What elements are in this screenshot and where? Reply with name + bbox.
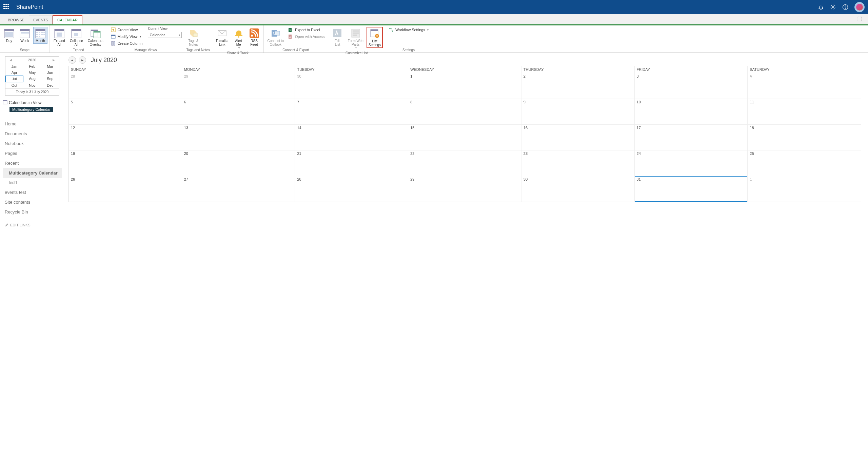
ribbon-create-view-button[interactable]: Create View: [109, 27, 144, 33]
mini-cal-today-text[interactable]: Today is 31 July 2020: [5, 88, 59, 95]
nav-item[interactable]: Home: [3, 119, 62, 129]
calendar-chip[interactable]: Multicategory Calendar: [9, 107, 53, 112]
fullscreen-icon[interactable]: [856, 15, 864, 24]
ribbon-calendars-overlay-button[interactable]: Calendars Overlay: [86, 27, 105, 47]
cal-prev-button[interactable]: ◄: [68, 56, 76, 64]
calendar-day-cell[interactable]: 4: [748, 73, 861, 99]
nav-item[interactable]: Pages: [3, 148, 62, 158]
calendar-day-cell[interactable]: 14: [295, 125, 408, 150]
help-icon[interactable]: [842, 4, 848, 10]
calendar-day-cell[interactable]: 28: [69, 73, 182, 99]
svg-rect-8: [21, 32, 29, 34]
mini-cal-month[interactable]: Jun: [41, 69, 59, 76]
mini-cal-months: JanFebMarAprMayJunJulAugSepOctNovDec: [5, 63, 59, 88]
mini-cal-month[interactable]: Jul: [5, 76, 23, 82]
left-column: ◄ 2020 ► JanFebMarAprMayJunJulAugSepOctN…: [0, 53, 64, 232]
svg-rect-33: [111, 35, 115, 36]
mini-cal-month[interactable]: Feb: [23, 63, 41, 69]
mini-cal-month[interactable]: May: [23, 69, 41, 76]
ribbon-workflow-settings-button[interactable]: Workflow Settings: [387, 27, 430, 33]
mini-cal-month[interactable]: Sep: [41, 76, 59, 82]
calendar-day-cell[interactable]: 21: [295, 150, 408, 176]
overlay-icon: [90, 28, 101, 39]
calendar-day-cell[interactable]: 8: [408, 99, 521, 125]
app-launcher-icon[interactable]: [3, 4, 10, 11]
mini-cal-month[interactable]: Mar: [41, 63, 59, 69]
calendar-day-cell[interactable]: 30: [295, 73, 408, 99]
nav-subitem[interactable]: test1: [3, 178, 62, 187]
nav-item[interactable]: events test: [3, 187, 62, 197]
calendar-day-cell[interactable]: 22: [408, 150, 521, 176]
calendar-day-cell[interactable]: 1: [748, 176, 861, 202]
mini-cal-month[interactable]: Oct: [5, 82, 23, 88]
calendar-day-cell[interactable]: 25: [748, 150, 861, 176]
calendar-day-cell[interactable]: 24: [635, 150, 748, 176]
calendar-day-cell[interactable]: 29: [408, 176, 521, 202]
mini-cal-next[interactable]: ►: [51, 58, 57, 62]
calendar-day-cell[interactable]: 3: [635, 73, 748, 99]
calendar-day-cell[interactable]: 15: [408, 125, 521, 150]
mini-cal-prev[interactable]: ◄: [7, 58, 14, 62]
nav-item[interactable]: Recent: [3, 158, 62, 168]
mini-cal-month[interactable]: Aug: [23, 76, 41, 82]
calendar-day-cell[interactable]: 7: [295, 99, 408, 125]
tab-browse[interactable]: BROWSE: [3, 16, 29, 24]
ribbon-month-button[interactable]: Month: [33, 27, 47, 44]
calendar-day-cell[interactable]: 6: [182, 99, 295, 125]
bell-icon[interactable]: [818, 4, 824, 10]
calendar-day-cell[interactable]: 28: [295, 176, 408, 202]
ribbon-week-button[interactable]: Week: [18, 27, 32, 44]
current-view-select[interactable]: Calendar ▾: [148, 32, 182, 38]
mini-cal-month[interactable]: Apr: [5, 69, 23, 76]
calendar-day-cell[interactable]: 18: [748, 125, 861, 150]
cal-next-button[interactable]: ►: [79, 56, 86, 64]
ribbon-export-excel-button[interactable]: X Export to Excel: [287, 27, 326, 33]
ribbon-email-link-button[interactable]: E-mail a Link: [214, 27, 230, 47]
calendar-day-cell[interactable]: 17: [635, 125, 748, 150]
calendar-day-cell[interactable]: 26: [69, 176, 182, 202]
svg-rect-15: [36, 34, 38, 35]
nav-item[interactable]: Documents: [3, 129, 62, 139]
calendar-day-cell[interactable]: 1: [408, 73, 521, 99]
svg-rect-10: [36, 29, 45, 31]
calendar-day-cell[interactable]: 23: [521, 150, 635, 176]
edit-links-button[interactable]: EDIT LINKS: [3, 222, 62, 228]
ribbon-create-column-button[interactable]: Create Column: [109, 40, 144, 46]
calendar-day-cell[interactable]: 19: [69, 150, 182, 176]
ribbon-alert-me-button[interactable]: Alert Me: [232, 27, 246, 50]
ribbon-rss-feed-button[interactable]: RSS Feed: [247, 27, 261, 47]
calendar-day-cell[interactable]: 2: [521, 73, 635, 99]
calendar-day-cell[interactable]: 9: [521, 99, 635, 125]
envelope-icon: [217, 28, 228, 39]
mini-cal-month[interactable]: Jan: [5, 63, 23, 69]
calendar-day-cell[interactable]: 27: [182, 176, 295, 202]
ribbon-modify-view-button[interactable]: Modify View: [109, 34, 144, 40]
svg-rect-51: [353, 33, 359, 34]
calendar-day-cell[interactable]: 11: [748, 99, 861, 125]
nav-item[interactable]: Recycle Bin: [3, 207, 62, 217]
svg-rect-25: [72, 29, 81, 31]
day-header: WEDNESDAY: [408, 66, 521, 73]
ribbon-list-settings-button[interactable]: List Settings: [367, 27, 383, 48]
calendar-day-cell[interactable]: 20: [182, 150, 295, 176]
gear-icon[interactable]: [830, 4, 836, 10]
tab-calendar[interactable]: CALENDAR: [53, 15, 82, 24]
nav-item[interactable]: Site contents: [3, 197, 62, 207]
ribbon-day-button[interactable]: Day: [2, 27, 16, 44]
nav-subitem[interactable]: Multicategory Calendar: [3, 168, 62, 178]
ribbon-expand-all-button[interactable]: Expand All: [52, 27, 67, 47]
calendar-day-cell[interactable]: 31: [635, 176, 748, 202]
calendar-day-cell[interactable]: 30: [521, 176, 635, 202]
calendar-day-cell[interactable]: 10: [635, 99, 748, 125]
ribbon-collapse-all-button[interactable]: Collapse All: [68, 27, 85, 47]
tab-events[interactable]: EVENTS: [29, 16, 53, 24]
mini-cal-month[interactable]: Dec: [41, 82, 59, 88]
calendar-day-cell[interactable]: 13: [182, 125, 295, 150]
calendar-day-cell[interactable]: 16: [521, 125, 635, 150]
avatar[interactable]: [854, 2, 865, 12]
mini-cal-month[interactable]: Nov: [23, 82, 41, 88]
calendar-day-cell[interactable]: 29: [182, 73, 295, 99]
calendar-day-cell[interactable]: 12: [69, 125, 182, 150]
nav-item[interactable]: Notebook: [3, 139, 62, 148]
calendar-day-cell[interactable]: 5: [69, 99, 182, 125]
